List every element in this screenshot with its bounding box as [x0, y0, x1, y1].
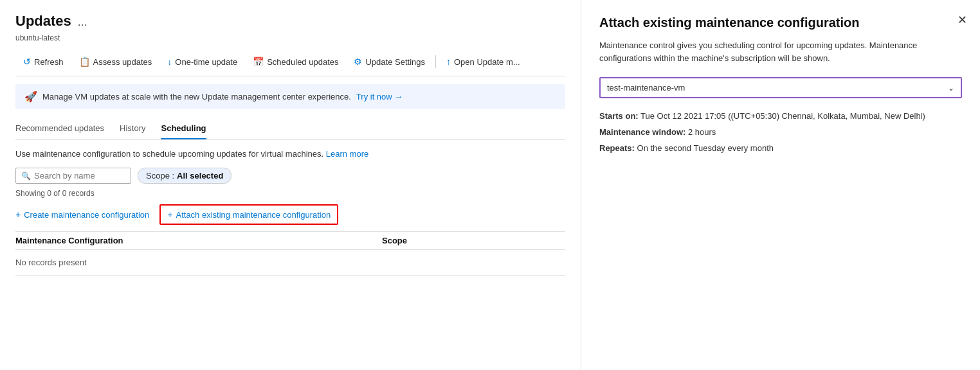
tab-scheduling-content: Use maintenance configuration to schedul… [15, 149, 565, 276]
repeats-label: Repeats: [599, 143, 635, 153]
onetime-update-button[interactable]: ↓ One-time update [159, 53, 245, 71]
starts-on-line: Starts on: Tue Oct 12 2021 17:05 ((UTC+0… [599, 110, 962, 123]
update-settings-button[interactable]: ⚙ Update Settings [346, 53, 433, 71]
learn-more-link[interactable]: Learn more [326, 149, 368, 159]
starts-on-value: Tue Oct 12 2021 17:05 ((UTC+05:30) Chenn… [640, 111, 925, 121]
search-input[interactable] [34, 171, 124, 181]
create-label: Create maintenance configuration [24, 210, 149, 220]
window-line: Maintenance window: 2 hours [599, 126, 962, 139]
open-label: Open Update m... [454, 57, 520, 67]
refresh-button[interactable]: ↺ Refresh [15, 53, 71, 71]
scheduled-updates-button[interactable]: 📅 Scheduled updates [245, 53, 346, 71]
window-value: 2 hours [688, 127, 716, 137]
search-icon: 🔍 [21, 172, 31, 181]
search-box[interactable]: 🔍 [15, 168, 131, 184]
refresh-label: Refresh [34, 57, 64, 67]
panel-description: Maintenance control gives you scheduling… [599, 39, 962, 64]
assess-label: Assess updates [93, 57, 152, 67]
page-title: Updates [15, 13, 71, 30]
right-panel: ✕ Attach existing maintenance configurat… [581, 0, 980, 370]
settings-icon: ⚙ [354, 57, 362, 67]
dropdown-value: test-maintenance-vm [607, 83, 685, 92]
col-scope-header: Scope [382, 236, 565, 245]
col-maintenance-header: Maintenance Configuration [15, 236, 382, 245]
action-row: + Create maintenance configuration + Att… [15, 204, 565, 225]
refresh-icon: ↺ [23, 57, 31, 67]
chevron-down-icon: ⌄ [948, 84, 954, 92]
assess-icon: 📋 [79, 57, 90, 67]
scope-button[interactable]: Scope : All selected [138, 168, 231, 184]
title-more: ... [78, 15, 87, 29]
create-maintenance-button[interactable]: + Create maintenance configuration [15, 207, 149, 222]
filter-row: 🔍 Scope : All selected [15, 168, 565, 184]
records-count: Showing 0 of 0 records [15, 189, 565, 198]
download-icon: ↓ [167, 57, 172, 67]
repeats-line: Repeats: On the second Tuesday every mon… [599, 142, 962, 155]
left-panel: Updates ... ubuntu-latest ↺ Refresh 📋 As… [0, 0, 581, 370]
tab-history[interactable]: History [120, 119, 145, 139]
dropdown-wrapper: test-maintenance-vm ⌄ [599, 77, 962, 98]
banner-link[interactable]: Try it now → [356, 92, 403, 101]
upload-icon: ↑ [446, 57, 451, 67]
toolbar: ↺ Refresh 📋 Assess updates ↓ One-time up… [15, 53, 565, 76]
banner: 🚀 Manage VM updates at scale with the ne… [15, 84, 565, 109]
tabs: Recommended updates History Scheduling [15, 119, 565, 140]
panel-title: Attach existing maintenance configuratio… [599, 15, 962, 30]
repeats-value: On the second Tuesday every month [637, 143, 774, 153]
open-update-button[interactable]: ↑ Open Update m... [439, 53, 528, 71]
attach-label: Attach existing maintenance configuratio… [176, 210, 331, 220]
create-plus-icon: + [15, 209, 21, 220]
attach-maintenance-button[interactable]: + Attach existing maintenance configurat… [159, 204, 338, 225]
scheduling-description: Use maintenance configuration to schedul… [15, 149, 565, 159]
tab-recommended[interactable]: Recommended updates [15, 119, 104, 139]
table-header: Maintenance Configuration Scope [15, 231, 565, 250]
window-label: Maintenance window: [599, 127, 685, 137]
close-button[interactable]: ✕ [957, 14, 967, 26]
scope-value: All selected [177, 171, 223, 181]
onetime-label: One-time update [175, 57, 237, 67]
banner-icon: 🚀 [24, 91, 37, 103]
calendar-icon: 📅 [253, 57, 264, 67]
toolbar-divider [435, 55, 436, 68]
maintenance-dropdown[interactable]: test-maintenance-vm ⌄ [599, 77, 962, 98]
attach-plus-icon: + [167, 209, 172, 220]
scope-label: Scope : [146, 171, 174, 181]
scheduled-label: Scheduled updates [267, 57, 338, 67]
banner-text: Manage VM updates at scale with the new … [42, 92, 351, 101]
starts-on-label: Starts on: [599, 111, 639, 121]
assess-updates-button[interactable]: 📋 Assess updates [71, 53, 160, 71]
table-empty-row: No records present [15, 250, 565, 276]
settings-label: Update Settings [365, 57, 425, 67]
tab-scheduling[interactable]: Scheduling [161, 119, 206, 139]
page-subtitle: ubuntu-latest [15, 33, 565, 42]
